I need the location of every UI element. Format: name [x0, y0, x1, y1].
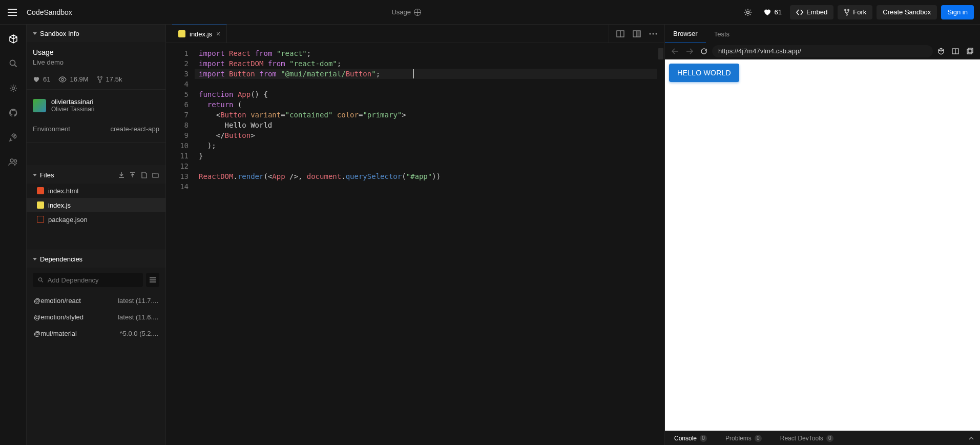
fork-button[interactable]: Fork — [838, 5, 872, 19]
chevron-up-icon — [969, 437, 974, 440]
preview-frame: HELLO WORLD — [665, 59, 980, 431]
close-tab-button[interactable]: × — [216, 30, 220, 37]
dependency-search-input[interactable] — [48, 276, 138, 284]
file-item-index-html[interactable]: index.html — [27, 184, 165, 198]
console-tab-console[interactable]: Console0 — [671, 435, 710, 442]
embed-button[interactable]: Embed — [790, 5, 833, 19]
author-username: oliviertassinari — [51, 98, 94, 106]
svg-rect-20 — [967, 49, 972, 54]
console-tab-react-devtools[interactable]: React DevTools0 — [777, 435, 837, 442]
preview-tab-browser[interactable]: Browser — [665, 25, 706, 43]
new-file-button[interactable] — [140, 171, 148, 179]
activity-search[interactable] — [7, 57, 19, 70]
console-tab-badge: 0 — [700, 435, 707, 442]
dependency-search[interactable] — [33, 273, 143, 287]
new-window-button[interactable] — [949, 45, 962, 57]
like-button[interactable]: 61 — [759, 5, 786, 19]
editor-tab-label: index.js — [190, 30, 212, 38]
activity-deploy[interactable] — [7, 131, 19, 144]
nav-forward-button[interactable] — [683, 45, 696, 57]
preferences-button[interactable] — [741, 5, 755, 19]
preview-tab-tests[interactable]: Tests — [706, 25, 738, 43]
hamburger-icon — [8, 9, 17, 16]
brand-label: CodeSandbox — [27, 8, 72, 16]
activity-sandbox[interactable] — [7, 33, 19, 45]
gear-icon — [744, 8, 752, 16]
console-expand-button[interactable] — [969, 437, 974, 440]
sandbox-title: Usage — [33, 48, 159, 56]
svg-point-10 — [100, 76, 102, 78]
page-title: Usage — [391, 8, 411, 16]
file-item-index-js[interactable]: index.js — [27, 198, 165, 212]
create-sandbox-button[interactable]: Create Sandbox — [877, 5, 937, 19]
file-item-label: package.json — [48, 216, 88, 224]
editor-tab-indexjs[interactable]: index.js × — [172, 25, 227, 43]
url-input[interactable] — [718, 47, 927, 55]
url-bar[interactable] — [712, 45, 933, 57]
author-link[interactable]: oliviertassinari Olivier Tassinari — [27, 90, 165, 121]
dependency-item[interactable]: @emotion/styledlatest (11.6.... — [33, 309, 159, 325]
stat-likes: 61 — [33, 75, 50, 83]
activity-live[interactable] — [7, 156, 19, 168]
info-section-header[interactable]: Sandbox Info — [27, 25, 165, 42]
more-actions-button[interactable] — [646, 27, 660, 41]
file-item-label: index.html — [48, 187, 78, 195]
menu-toggle-button[interactable] — [6, 6, 18, 18]
caret-down-icon — [33, 32, 37, 35]
avatar — [33, 99, 46, 112]
stat-views-value: 16.9M — [70, 75, 88, 83]
create-sandbox-label: Create Sandbox — [883, 8, 931, 16]
diff-view-button[interactable] — [630, 27, 644, 41]
diff-icon — [633, 30, 641, 37]
stat-forks-value: 17.5k — [106, 75, 122, 83]
svg-point-6 — [10, 159, 13, 162]
sign-in-label: Sign in — [947, 8, 968, 16]
file-item-package-json[interactable]: package.json — [27, 212, 165, 227]
preview-tab-tests-label: Tests — [714, 30, 729, 38]
split-editor-button[interactable] — [613, 27, 628, 41]
open-sandbox-button[interactable] — [935, 45, 947, 57]
hello-world-button[interactable]: HELLO WORLD — [669, 64, 739, 82]
files-section-header[interactable]: Files — [27, 166, 165, 184]
deps-header-label: Dependencies — [40, 255, 82, 263]
svg-point-3 — [846, 14, 848, 15]
dependency-name: @emotion/styled — [34, 313, 84, 321]
embed-label: Embed — [806, 8, 827, 16]
dependency-item[interactable]: @emotion/reactlatest (11.7.... — [33, 292, 159, 309]
console-tab-label: React DevTools — [780, 435, 823, 442]
code-editor[interactable]: 1234567891011121314 import React from "r… — [166, 43, 664, 445]
nav-back-button[interactable] — [669, 45, 681, 57]
env-label: Environment — [33, 125, 70, 133]
fork-label: Fork — [853, 8, 866, 16]
console-tab-label: Problems — [725, 435, 752, 442]
external-link-button[interactable] — [964, 45, 976, 57]
github-icon — [9, 108, 18, 117]
external-icon — [967, 48, 973, 54]
arrow-left-icon — [672, 48, 679, 54]
svg-point-8 — [61, 78, 64, 80]
upload-button[interactable] — [129, 171, 137, 179]
js-file-icon — [178, 30, 185, 37]
info-header-label: Sandbox Info — [40, 30, 79, 37]
dependency-version: latest (11.7.... — [118, 297, 158, 305]
activity-github[interactable] — [7, 107, 19, 119]
dots-icon — [649, 33, 657, 35]
globe-icon — [414, 9, 421, 16]
dependency-item[interactable]: @mui/material^5.0.0 (5.2.... — [33, 325, 159, 341]
console-tab-problems[interactable]: Problems0 — [722, 435, 765, 442]
minimap[interactable] — [657, 43, 664, 445]
nav-reload-button[interactable] — [698, 45, 710, 57]
download-icon — [118, 172, 124, 178]
sign-in-button[interactable]: Sign in — [941, 5, 974, 19]
dependency-menu-button[interactable] — [146, 273, 159, 287]
download-button[interactable] — [117, 171, 126, 179]
new-window-icon — [952, 48, 959, 54]
heart-icon — [763, 9, 772, 16]
new-folder-icon — [152, 172, 159, 178]
svg-point-18 — [656, 33, 657, 34]
activity-settings[interactable] — [7, 82, 19, 94]
console-tab-badge: 0 — [755, 435, 762, 442]
deps-section-header[interactable]: Dependencies — [27, 250, 165, 268]
new-folder-button[interactable] — [151, 171, 159, 179]
svg-point-2 — [848, 9, 849, 11]
